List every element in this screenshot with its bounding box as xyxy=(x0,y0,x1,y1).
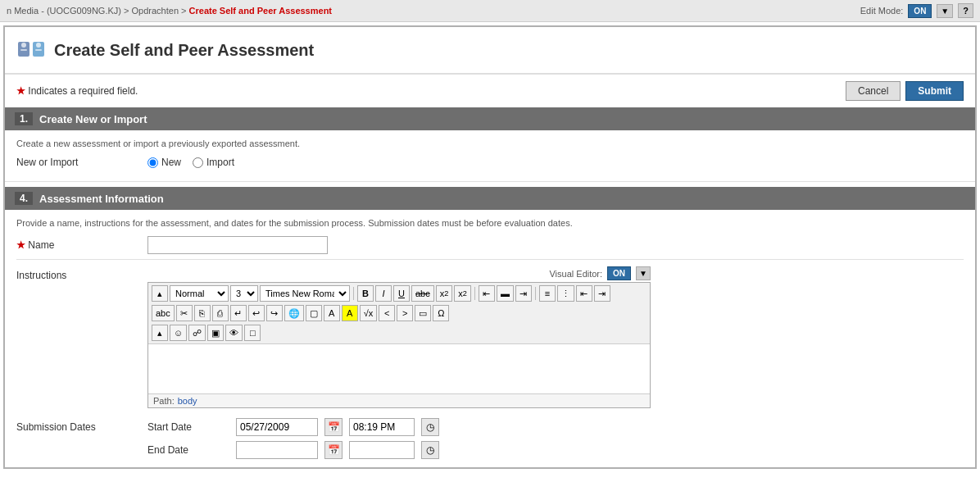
start-date-input[interactable] xyxy=(236,418,318,436)
font-select[interactable]: Times New Roman Arial Verdana xyxy=(260,285,350,302)
underline-button[interactable]: U xyxy=(393,285,410,302)
ordered-list-button[interactable]: ≡ xyxy=(539,285,556,302)
visual-editor-bar: Visual Editor: ON ▼ xyxy=(147,266,651,280)
indent-button[interactable]: ⇥ xyxy=(594,285,610,302)
end-date-group: End Date 📅 ◷ xyxy=(147,441,439,459)
cut-button[interactable]: ✂ xyxy=(176,305,193,321)
section4-title: Assessment Information xyxy=(39,193,164,205)
align-right-button[interactable]: ⇥ xyxy=(515,285,532,302)
paste-text-button[interactable]: ↵ xyxy=(230,305,247,321)
section1-body: Create a new assessment or import a prev… xyxy=(5,130,975,182)
visual-editor-label: Visual Editor: xyxy=(549,269,602,279)
visual-editor-arrow-button[interactable]: ▼ xyxy=(636,266,651,280)
radio-new-label: New xyxy=(161,157,181,168)
instructions-editor: ▴ Normal Heading 1 Heading 2 3 xyxy=(147,282,651,408)
visual-editor-on-button[interactable]: ON xyxy=(607,266,631,280)
source-gt-button[interactable]: > xyxy=(397,305,413,321)
preview-button[interactable]: 👁 xyxy=(225,325,243,341)
size-select[interactable]: 3 1 2 4 5 xyxy=(230,285,258,302)
table-edit-button[interactable]: ▣ xyxy=(207,325,224,341)
subscript-button[interactable]: x2 xyxy=(436,285,453,302)
help-button[interactable]: ? xyxy=(958,3,973,18)
special-char-button[interactable]: Ω xyxy=(433,305,449,321)
start-time-input[interactable] xyxy=(349,418,415,436)
emoticon-button[interactable]: ☺ xyxy=(170,325,187,341)
page-title: Create Self and Peer Assessment xyxy=(54,41,314,60)
radio-new-input[interactable] xyxy=(147,157,158,168)
start-time-clock-button[interactable]: ◷ xyxy=(421,418,439,436)
name-row: ★ Name xyxy=(16,236,964,254)
style-select[interactable]: Normal Heading 1 Heading 2 xyxy=(170,285,229,302)
cancel-button[interactable]: Cancel xyxy=(846,81,901,101)
name-divider xyxy=(16,259,964,260)
breadcrumb: n Media - (UOCG009NG.KJ) > Opdrachten > … xyxy=(7,6,332,16)
toolbar-sep3 xyxy=(535,287,536,300)
submit-button[interactable]: Submit xyxy=(905,81,964,101)
collapse-btn2[interactable]: ▴ xyxy=(152,325,168,341)
breadcrumb-current: Create Self and Peer Assessment xyxy=(189,6,332,16)
breadcrumb-prefix: n Media - (UOCG009NG.KJ) xyxy=(7,6,121,16)
end-date-calendar-button[interactable]: 📅 xyxy=(324,441,343,459)
radio-new-option[interactable]: New xyxy=(147,157,181,168)
spellcheck-button[interactable]: abc xyxy=(152,305,175,321)
superscript-button[interactable]: x2 xyxy=(454,285,471,302)
highlight-button[interactable]: A xyxy=(342,305,358,321)
radio-import-option[interactable]: Import xyxy=(193,157,234,168)
redo-button[interactable]: ↪ xyxy=(266,305,283,321)
italic-button[interactable]: I xyxy=(375,285,392,302)
toolbar-collapse-btn[interactable]: ▴ xyxy=(152,285,168,302)
editor-toolbar: ▴ Normal Heading 1 Heading 2 3 xyxy=(148,283,650,344)
undo-button[interactable]: ↩ xyxy=(248,305,265,321)
paste-button[interactable]: ⎙ xyxy=(212,305,229,321)
end-time-clock-button[interactable]: ◷ xyxy=(421,441,439,459)
edit-mode-arrow-button[interactable]: ▼ xyxy=(937,4,953,18)
toolbar-row1: ▴ Normal Heading 1 Heading 2 3 xyxy=(152,285,647,302)
required-star: ★ xyxy=(16,85,25,97)
toolbar-sep2 xyxy=(474,287,475,300)
section1-header: 1. Create New or Import xyxy=(5,107,975,130)
editor-body[interactable] xyxy=(148,344,650,393)
radio-import-input[interactable] xyxy=(193,157,203,168)
toolbar-row3: ▴ ☺ ☍ ▣ 👁 □ xyxy=(152,325,647,341)
end-time-input[interactable] xyxy=(349,441,415,459)
required-note: ★ Indicates a required field. xyxy=(16,85,138,97)
align-left-button[interactable]: ⇤ xyxy=(479,285,495,302)
edit-mode-controls: Edit Mode: ON ▼ ? xyxy=(860,3,973,18)
strikethrough-button[interactable]: abc xyxy=(411,285,434,302)
start-date-group: Start Date 📅 ◷ xyxy=(147,418,439,436)
edit-mode-on-button[interactable]: ON xyxy=(908,4,932,18)
section1-title: Create New or Import xyxy=(39,113,147,125)
template-button[interactable]: ☍ xyxy=(188,325,206,341)
unordered-list-button[interactable]: ⋮ xyxy=(557,285,574,302)
color-button[interactable]: A xyxy=(324,305,340,321)
path-label: Path: xyxy=(153,396,175,406)
source-lt-button[interactable]: < xyxy=(379,305,395,321)
start-date-calendar-button[interactable]: 📅 xyxy=(324,418,343,436)
top-actions: ★ Indicates a required field. Cancel Sub… xyxy=(5,75,975,107)
action-buttons: Cancel Submit xyxy=(846,81,964,101)
name-input[interactable] xyxy=(147,236,328,254)
fullscreen-button[interactable]: □ xyxy=(244,325,261,341)
insert-link-button[interactable]: 🌐 xyxy=(284,305,304,321)
end-date-input[interactable] xyxy=(236,441,318,459)
section4-body: Provide a name, instructions for the ass… xyxy=(5,210,975,467)
name-label: ★ Name xyxy=(16,239,147,251)
instructions-editor-wrapper: Visual Editor: ON ▼ ▴ xyxy=(147,266,651,408)
align-center-button[interactable]: ▬ xyxy=(497,285,514,302)
instructions-label: Instructions xyxy=(16,266,147,281)
formula-button[interactable]: √x xyxy=(360,305,378,321)
breadcrumb-mid[interactable]: Opdrachten xyxy=(132,6,179,16)
bold-button[interactable]: B xyxy=(357,285,374,302)
assessment-icon xyxy=(16,35,46,65)
toolbar-sep1 xyxy=(353,287,354,300)
copy-button[interactable]: ⎘ xyxy=(194,305,211,321)
section1-number: 1. xyxy=(15,112,33,125)
table-button[interactable]: ▭ xyxy=(415,305,431,321)
path-body-link[interactable]: body xyxy=(178,396,197,406)
top-bar: n Media - (UOCG009NG.KJ) > Opdrachten > … xyxy=(0,0,980,22)
outdent-button[interactable]: ⇤ xyxy=(576,285,592,302)
editor-path-bar: Path: body xyxy=(148,393,650,407)
end-date-row: End Date 📅 ◷ xyxy=(16,441,964,459)
insert-image-button[interactable]: ▢ xyxy=(306,305,322,321)
end-date-label: End Date xyxy=(147,444,229,456)
